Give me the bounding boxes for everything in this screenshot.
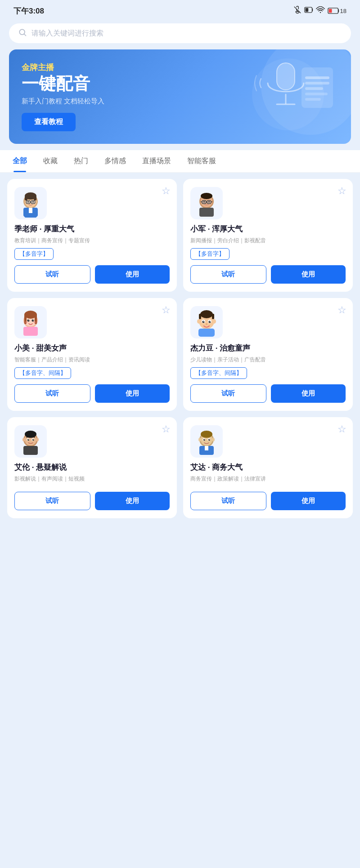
svg-point-60 bbox=[209, 320, 211, 323]
card-tags-ji-laoshi: 教育培训｜商务宣传｜专题宣传 bbox=[14, 236, 90, 245]
svg-point-72 bbox=[27, 439, 29, 441]
svg-point-68 bbox=[22, 438, 25, 441]
svg-point-49 bbox=[33, 321, 36, 323]
favorite-icon-ai-lun[interactable]: ☆ bbox=[162, 423, 171, 435]
card-top bbox=[14, 306, 170, 338]
listen-btn-jie-li-dou[interactable]: 试听 bbox=[190, 384, 266, 403]
svg-rect-18 bbox=[25, 196, 27, 200]
svg-point-36 bbox=[203, 201, 205, 202]
svg-rect-8 bbox=[305, 82, 329, 85]
svg-rect-89 bbox=[205, 446, 208, 450]
svg-point-67 bbox=[25, 431, 36, 438]
use-btn-xiao-jun[interactable]: 使用 bbox=[271, 265, 346, 284]
card-tags-ai-da: 商务宣传｜政策解读｜法律宣讲 bbox=[190, 475, 266, 483]
svg-point-37 bbox=[208, 201, 210, 202]
tab-bar: 全部 收藏 热门 多情感 直播场景 智能客服 bbox=[0, 150, 360, 173]
avatar-ai-lun bbox=[14, 425, 47, 458]
voice-card-ji-laoshi: ☆ bbox=[7, 179, 177, 292]
svg-point-2 bbox=[320, 12, 321, 13]
svg-rect-19 bbox=[34, 196, 36, 200]
card-actions-xiao-jun: 试听 使用 bbox=[190, 265, 346, 284]
svg-point-87 bbox=[209, 439, 210, 440]
favorite-icon-ai-da[interactable]: ☆ bbox=[338, 423, 346, 435]
svg-point-52 bbox=[200, 310, 213, 318]
card-name-xiao-mei: 小美 · 甜美女声 bbox=[14, 343, 67, 353]
status-icons: 18 bbox=[293, 6, 346, 16]
card-actions-ai-lun: 试听 使用 bbox=[14, 492, 170, 510]
card-top bbox=[190, 187, 346, 219]
svg-point-62 bbox=[210, 321, 211, 322]
svg-point-56 bbox=[212, 319, 216, 324]
svg-rect-53 bbox=[199, 314, 201, 319]
card-top bbox=[14, 187, 170, 219]
favorite-icon-jie-li-dou[interactable]: ☆ bbox=[338, 304, 346, 316]
card-actions-jie-li-dou: 试听 使用 bbox=[190, 384, 346, 403]
svg-rect-76 bbox=[23, 446, 38, 455]
use-btn-ai-da[interactable]: 使用 bbox=[271, 492, 346, 510]
favorite-icon-ji-laoshi[interactable]: ☆ bbox=[162, 185, 171, 197]
cards-grid: ☆ bbox=[0, 173, 360, 525]
search-input-placeholder: 请输入关键词进行搜索 bbox=[32, 29, 104, 38]
search-bar[interactable]: 请输入关键词进行搜索 bbox=[9, 23, 351, 43]
svg-point-23 bbox=[27, 201, 29, 202]
svg-point-44 bbox=[27, 319, 30, 321]
svg-rect-12 bbox=[277, 63, 295, 90]
use-btn-ai-lun[interactable]: 使用 bbox=[95, 492, 170, 510]
avatar-xiao-mei bbox=[14, 306, 47, 338]
status-bar: 下午3:08 bbox=[0, 0, 360, 20]
use-btn-xiao-mei[interactable]: 使用 bbox=[95, 384, 170, 403]
listen-btn-ai-da[interactable]: 试听 bbox=[190, 492, 266, 510]
favorite-icon-xiao-mei[interactable]: ☆ bbox=[162, 304, 171, 316]
svg-rect-10 bbox=[305, 93, 328, 95]
listen-btn-xiao-mei[interactable]: 试听 bbox=[14, 384, 90, 403]
card-tags-ai-lun: 影视解说｜有声阅读｜短视频 bbox=[14, 475, 85, 483]
tab-all[interactable]: 全部 bbox=[4, 150, 35, 172]
avatar-xiao-jun bbox=[190, 187, 223, 219]
svg-point-30 bbox=[201, 193, 212, 199]
svg-rect-64 bbox=[198, 329, 215, 337]
svg-rect-11 bbox=[305, 98, 321, 101]
svg-point-48 bbox=[25, 321, 28, 323]
svg-point-47 bbox=[33, 320, 34, 320]
svg-point-55 bbox=[197, 319, 201, 324]
svg-point-86 bbox=[204, 439, 205, 440]
svg-rect-38 bbox=[199, 208, 214, 217]
tab-emotion[interactable]: 多情感 bbox=[96, 150, 134, 172]
battery-box-icon bbox=[304, 7, 313, 15]
svg-point-84 bbox=[203, 439, 205, 441]
card-name-ai-da: 艾达 · 商务大气 bbox=[190, 462, 243, 472]
svg-point-74 bbox=[28, 439, 29, 440]
use-btn-jie-li-dou[interactable]: 使用 bbox=[271, 384, 346, 403]
listen-btn-xiao-jun[interactable]: 试听 bbox=[190, 265, 266, 284]
svg-point-63 bbox=[206, 323, 207, 325]
svg-rect-50 bbox=[23, 327, 38, 336]
svg-rect-7 bbox=[305, 76, 329, 79]
card-top bbox=[190, 306, 346, 338]
favorite-icon-xiao-jun[interactable]: ☆ bbox=[338, 185, 346, 197]
svg-point-45 bbox=[32, 319, 34, 321]
svg-rect-54 bbox=[212, 314, 214, 319]
svg-point-81 bbox=[212, 438, 215, 441]
listen-btn-ji-laoshi[interactable]: 试听 bbox=[14, 265, 90, 284]
svg-point-59 bbox=[202, 320, 205, 323]
svg-point-73 bbox=[32, 439, 34, 441]
card-name-jie-li-dou: 杰力豆 · 治愈童声 bbox=[190, 343, 250, 353]
tab-smart-service[interactable]: 智能客服 bbox=[179, 150, 224, 172]
card-top bbox=[190, 425, 346, 458]
svg-rect-1 bbox=[305, 8, 308, 12]
wifi-icon bbox=[316, 6, 325, 15]
tab-favorites[interactable]: 收藏 bbox=[35, 150, 66, 172]
status-time: 下午3:08 bbox=[14, 6, 44, 16]
card-feature-xiao-mei: 【多音字、间隔】 bbox=[14, 367, 71, 379]
avatar-ji-laoshi bbox=[14, 187, 47, 219]
card-actions-ji-laoshi: 试听 使用 bbox=[14, 265, 170, 284]
tab-hot[interactable]: 热门 bbox=[66, 150, 96, 172]
card-feature-jie-li-dou: 【多音字、间隔】 bbox=[190, 367, 247, 379]
use-btn-ji-laoshi[interactable]: 使用 bbox=[95, 265, 170, 284]
listen-btn-ai-lun[interactable]: 试听 bbox=[14, 492, 90, 510]
tab-live[interactable]: 直播场景 bbox=[134, 150, 179, 172]
card-tags-jie-li-dou: 少儿读物｜亲子活动｜广告配音 bbox=[190, 356, 266, 364]
voice-card-ai-da: ☆ bbox=[183, 417, 353, 518]
svg-point-80 bbox=[198, 438, 201, 441]
banner-button[interactable]: 查看教程 bbox=[22, 113, 76, 131]
